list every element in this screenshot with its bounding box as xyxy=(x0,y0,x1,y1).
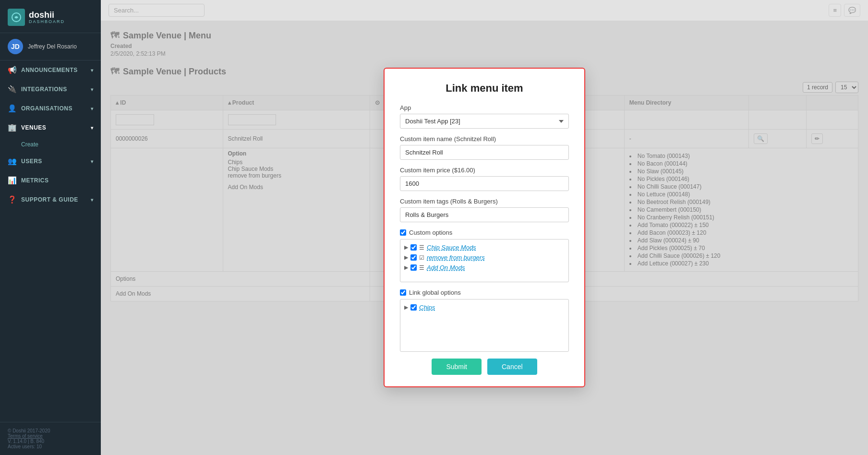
avatar: JD xyxy=(8,39,23,54)
remove-burgers-label: remove from burgers xyxy=(427,254,485,261)
custom-tags-group: Custom item tags (Rolls & Burgers) xyxy=(400,198,569,222)
global-options-tree: ▶ Chips xyxy=(400,299,569,352)
sidebar-item-venues[interactable]: 🏢 VENUES ▾ xyxy=(0,118,101,137)
tree-item-chips[interactable]: ▶ Chips xyxy=(404,302,565,312)
item-icon: ☑ xyxy=(419,254,424,261)
sidebar-item-integrations[interactable]: 🔌 INTEGRATIONS ▾ xyxy=(0,80,101,99)
link-menu-item-modal: Link menu item App Doshii Test App [23] … xyxy=(384,68,585,387)
chips-label: Chips xyxy=(419,304,435,311)
chip-sauce-label: Chip Sauce Mods xyxy=(427,244,476,251)
logo: doshii DASHBOARD xyxy=(0,0,101,33)
tos-link[interactable]: Terms of service xyxy=(8,433,93,439)
chevron-icon: ▾ xyxy=(91,68,94,73)
app-group: App Doshii Test App [23] xyxy=(400,104,569,129)
custom-price-group: Custom item price ($16.00) xyxy=(400,167,569,191)
cancel-button[interactable]: Cancel xyxy=(487,359,537,375)
custom-price-input[interactable] xyxy=(400,176,569,191)
global-options-checkbox[interactable] xyxy=(400,289,406,296)
modal-actions: Submit Cancel xyxy=(400,359,569,375)
expand-arrow: ▶ xyxy=(404,264,408,271)
custom-options-checkbox[interactable] xyxy=(400,229,406,236)
integrations-icon: 🔌 xyxy=(8,85,16,94)
submit-button[interactable]: Submit xyxy=(432,359,482,375)
item-icon: ☰ xyxy=(419,244,424,251)
active-users: Active users: 10 xyxy=(8,444,93,449)
chevron-icon: ▾ xyxy=(91,125,94,131)
custom-tags-input[interactable] xyxy=(400,207,569,222)
custom-options-label[interactable]: Custom options xyxy=(400,229,569,236)
modal-overlay: Link menu item App Doshii Test App [23] … xyxy=(101,0,868,455)
venues-icon: 🏢 xyxy=(8,123,16,132)
sidebar-item-create[interactable]: Create xyxy=(0,137,101,152)
announcements-icon: 📢 xyxy=(8,66,16,74)
custom-options-tree: ▶ ☰ Chip Sauce Mods ▶ ☑ remove from burg… xyxy=(400,239,569,282)
organisations-icon: 👤 xyxy=(8,104,16,113)
modal-title: Link menu item xyxy=(400,82,569,95)
chips-checkbox[interactable] xyxy=(410,304,417,311)
sidebar: doshii DASHBOARD JD Jeffrey Del Rosario … xyxy=(0,0,101,455)
global-options-group: Link global options ▶ Chips xyxy=(400,289,569,352)
custom-options-group: Custom options ▶ ☰ Chip Sauce Mods ▶ ☑ r… xyxy=(400,229,569,282)
version: V. 1.14.0 | B. 840 xyxy=(8,439,93,444)
sidebar-item-announcements[interactable]: 📢 ANNOUNCEMENTS ▾ xyxy=(0,60,101,80)
chevron-icon: ▾ xyxy=(91,197,94,203)
app-label: App xyxy=(400,104,569,111)
user-name: Jeffrey Del Rosario xyxy=(28,43,77,50)
chip-sauce-checkbox[interactable] xyxy=(410,244,417,251)
logo-sub: DASHBOARD xyxy=(29,19,65,24)
custom-name-group: Custom item name (Schnitzel Roll) xyxy=(400,135,569,160)
chevron-icon: ▾ xyxy=(91,106,94,111)
tree-item-chip-sauce[interactable]: ▶ ☰ Chip Sauce Mods xyxy=(404,242,565,252)
sidebar-sub-label: Create xyxy=(21,141,38,148)
logo-icon xyxy=(8,9,25,26)
remove-burgers-checkbox[interactable] xyxy=(410,254,417,261)
chevron-icon: ▾ xyxy=(91,87,94,92)
main-area: ≡ 💬 🗺 Sample Venue | Menu Created 2/5/20… xyxy=(101,0,868,455)
sidebar-item-label: VENUES xyxy=(21,124,46,131)
logo-text: doshii xyxy=(29,11,65,19)
custom-name-input[interactable] xyxy=(400,145,569,160)
custom-name-label: Custom item name (Schnitzel Roll) xyxy=(400,135,569,143)
sidebar-item-label: ANNOUNCEMENTS xyxy=(21,67,78,73)
custom-price-label: Custom item price ($16.00) xyxy=(400,167,569,174)
custom-tags-label: Custom item tags (Rolls & Burgers) xyxy=(400,198,569,205)
support-icon: ❓ xyxy=(8,195,16,204)
sidebar-item-users[interactable]: 👥 USERS ▾ xyxy=(0,152,101,171)
addon-mods-checkbox[interactable] xyxy=(410,264,417,271)
metrics-icon: 📊 xyxy=(8,176,16,185)
addon-mods-label: Add On Mods xyxy=(427,264,465,271)
tree-item-addon-mods[interactable]: ▶ ☰ Add On Mods xyxy=(404,263,565,273)
expand-arrow: ▶ xyxy=(404,304,408,311)
sidebar-item-metrics[interactable]: 📊 METRICS xyxy=(0,171,101,190)
sidebar-item-label: ORGANISATIONS xyxy=(21,105,72,112)
sidebar-item-support[interactable]: ❓ SUPPORT & GUIDE ▾ xyxy=(0,190,101,209)
copyright: © Doshii 2017-2020 xyxy=(8,428,93,433)
sidebar-footer: © Doshii 2017-2020 Terms of service V. 1… xyxy=(0,422,101,455)
sidebar-item-label: SUPPORT & GUIDE xyxy=(21,196,78,203)
global-options-label[interactable]: Link global options xyxy=(400,289,569,296)
sidebar-item-label: INTEGRATIONS xyxy=(21,86,67,93)
sidebar-item-label: USERS xyxy=(21,158,42,165)
chevron-icon: ▾ xyxy=(91,159,94,164)
users-icon: 👥 xyxy=(8,157,16,166)
app-select[interactable]: Doshii Test App [23] xyxy=(400,114,569,129)
sidebar-item-organisations[interactable]: 👤 ORGANISATIONS ▾ xyxy=(0,99,101,118)
sidebar-item-label: METRICS xyxy=(21,177,49,184)
expand-arrow: ▶ xyxy=(404,244,408,251)
user-row: JD Jeffrey Del Rosario xyxy=(0,33,101,60)
tree-item-remove-burgers[interactable]: ▶ ☑ remove from burgers xyxy=(404,252,565,263)
expand-arrow: ▶ xyxy=(404,254,408,261)
item-icon: ☰ xyxy=(419,264,424,271)
